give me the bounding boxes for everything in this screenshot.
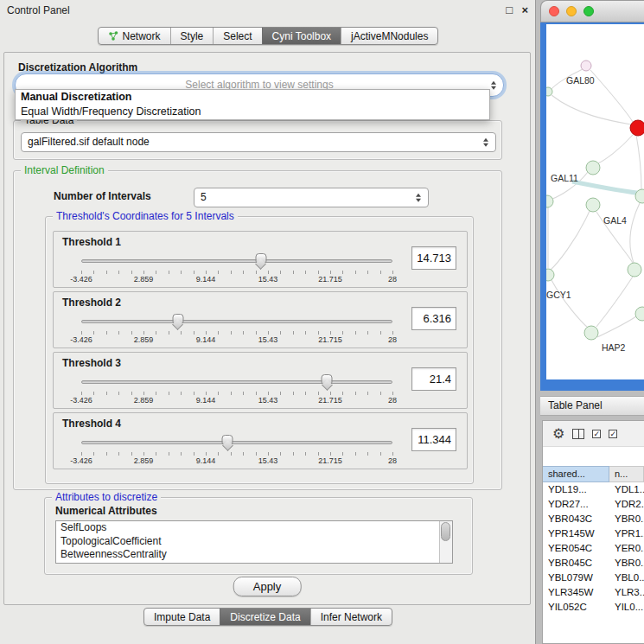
network-edge[interactable] — [596, 277, 633, 327]
tick-label: 9.144 — [196, 335, 216, 344]
table-cell: YIL052C — [543, 600, 609, 615]
network-icon — [108, 31, 119, 41]
column-header-name[interactable]: n... — [609, 466, 644, 482]
combo-stepper-icon — [481, 137, 491, 148]
tab-network[interactable]: Network — [99, 28, 170, 44]
slider-thumb[interactable] — [255, 253, 266, 264]
network-node[interactable] — [546, 195, 553, 207]
checkbox-icon-1[interactable] — [592, 430, 601, 438]
column-view-icon[interactable] — [572, 429, 584, 439]
tick-label: 9.144 — [196, 456, 216, 465]
threshold-3-value-field[interactable] — [411, 367, 456, 391]
network-edge[interactable] — [598, 135, 633, 163]
tab-select[interactable]: Select — [213, 28, 261, 44]
control-panel-window: Control Panel □ × Network Style Select C… — [0, 0, 536, 644]
tab-label: Infer Network — [321, 611, 382, 623]
apply-button[interactable]: Apply — [233, 577, 302, 596]
network-node[interactable] — [630, 120, 644, 136]
close-traffic-light-icon[interactable] — [549, 6, 559, 16]
slider-thumb[interactable] — [172, 314, 183, 324]
table-row[interactable]: YBR043CYBR0... — [543, 512, 644, 526]
slider-thumb[interactable] — [222, 435, 233, 445]
tick-label: 15.43 — [258, 335, 278, 344]
network-canvas[interactable]: GAL80GAL11GAL4GCY1HAP2 — [546, 24, 644, 379]
slider-track[interactable] — [81, 320, 392, 323]
list-scrollbar[interactable] — [439, 521, 452, 563]
threshold-4-value-field[interactable] — [411, 428, 456, 451]
tab-cyni-toolbox[interactable]: Cyni Toolbox — [262, 28, 341, 44]
network-edge[interactable] — [552, 280, 588, 328]
network-node[interactable] — [586, 161, 600, 175]
network-edge[interactable] — [636, 135, 641, 189]
numerical-attribute-item[interactable]: BetweennessCentrality — [56, 548, 439, 562]
network-view-focus-frame: GAL80GAL11GAL4GCY1HAP2 — [540, 22, 644, 391]
network-node[interactable] — [635, 307, 644, 321]
table-row[interactable]: YLR345WYLR3... — [543, 585, 644, 600]
zoom-traffic-light-icon[interactable] — [583, 6, 594, 16]
tab-style[interactable]: Style — [170, 28, 214, 44]
table-row[interactable]: YDL19...YDL1... — [543, 482, 644, 497]
table-row[interactable]: YDR27...YDR2... — [543, 497, 644, 512]
tab-impute-data[interactable]: Impute Data — [144, 609, 220, 625]
minimize-traffic-light-icon[interactable] — [566, 6, 577, 16]
network-node[interactable] — [546, 269, 554, 281]
close-window-icon[interactable]: × — [521, 3, 528, 16]
combo-value: galFiltered.sif default node — [22, 133, 495, 151]
table-data-combobox[interactable]: galFiltered.sif default node — [21, 132, 496, 152]
slider-tick-labels: -3.426 2.859 9.144 15.43 21.715 28 — [81, 335, 392, 345]
table-row[interactable]: YIL052CYIL0... — [543, 600, 644, 615]
tab-label: jActiveMNodules — [351, 30, 428, 42]
slider-track[interactable] — [81, 441, 392, 444]
numerical-attribute-item[interactable]: SelfLoops — [56, 521, 439, 535]
slider-thumb[interactable] — [322, 374, 333, 385]
table-row[interactable]: YBR045CYBR0... — [543, 556, 644, 571]
float-window-icon[interactable]: □ — [506, 3, 513, 16]
network-edge[interactable] — [590, 70, 633, 122]
numerical-attribute-item[interactable]: TopologicalCoefficient — [56, 535, 439, 549]
network-edge[interactable] — [597, 316, 636, 337]
slider-track[interactable] — [81, 259, 392, 263]
dropdown-option-equal-width[interactable]: Equal Width/Frequency Discretization — [16, 105, 489, 119]
table-row[interactable]: YPR145WYPR1... — [543, 526, 644, 541]
table-panel-header[interactable]: Table Panel — [540, 396, 644, 416]
table-row[interactable]: YBL079WYBL0... — [543, 571, 644, 585]
dropdown-option-manual-discretization[interactable]: Manual Discretization — [16, 90, 489, 105]
slider-track[interactable] — [81, 380, 392, 384]
network-node[interactable] — [586, 198, 600, 212]
tick-label: 2.859 — [134, 275, 154, 284]
tab-infer-network[interactable]: Infer Network — [310, 609, 392, 625]
scrollbar-thumb[interactable] — [441, 522, 450, 541]
gear-icon[interactable]: ⚙ — [552, 427, 564, 441]
tab-jactivemnodules[interactable]: jActiveMNodules — [341, 28, 437, 44]
network-edge[interactable] — [572, 182, 644, 194]
network-edge[interactable] — [552, 95, 631, 124]
table-cell: YBL0... — [609, 571, 644, 585]
tick-label: 9.144 — [196, 275, 216, 284]
table-cell: YBR045C — [543, 556, 609, 571]
network-node[interactable] — [581, 61, 591, 71]
tab-discretize-data[interactable]: Discretize Data — [220, 609, 309, 625]
slider-ticks — [81, 331, 393, 335]
network-edge[interactable] — [630, 203, 640, 263]
threshold-2-slider[interactable] — [81, 313, 392, 330]
network-window-titlebar[interactable] — [540, 0, 644, 22]
threshold-1-value-field[interactable] — [411, 246, 456, 270]
column-header-shared-name[interactable]: shared... — [543, 466, 609, 482]
threshold-2-value-field[interactable] — [411, 307, 456, 330]
threshold-4-slider[interactable] — [81, 434, 392, 451]
table-row[interactable]: YER054CYER0... — [543, 541, 644, 556]
network-node[interactable] — [584, 326, 598, 340]
threshold-3-slider[interactable] — [81, 373, 392, 391]
tick-label: 21.715 — [318, 456, 342, 465]
attribute-list[interactable]: SelfLoopsTopologicalCoefficientBetweenne… — [55, 520, 453, 564]
tick-label: 21.715 — [318, 396, 342, 405]
network-edge[interactable] — [550, 211, 590, 271]
checkbox-icon-2[interactable] — [609, 430, 617, 438]
tick-label: 28 — [388, 396, 397, 405]
network-node[interactable] — [628, 263, 641, 277]
network-node[interactable] — [546, 87, 552, 96]
num-intervals-combobox[interactable]: 5 — [194, 188, 429, 207]
threshold-1-slider[interactable] — [81, 252, 392, 270]
threshold-2-panel: Threshold 2 -3.426 2.859 9.144 15.43 21.… — [53, 291, 468, 348]
algorithm-section-label: Discretization Algorithm — [18, 61, 137, 73]
